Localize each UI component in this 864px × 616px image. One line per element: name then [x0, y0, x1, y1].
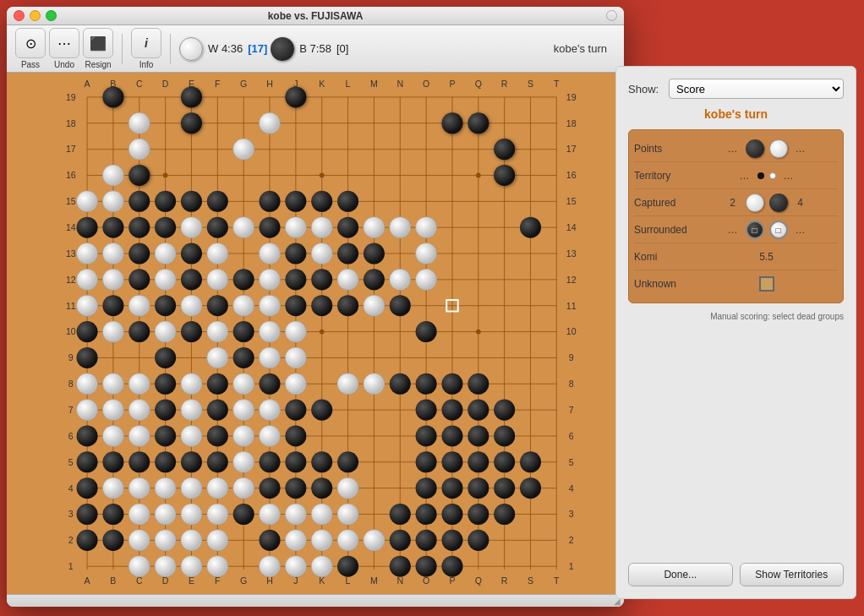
- svg-text:9: 9: [569, 352, 574, 363]
- svg-point-181: [233, 269, 254, 290]
- board-area[interactable]: ABC DEF GHJ KLM NOP QRS T ABC DEF GHJ KL…: [7, 73, 624, 594]
- svg-point-124: [102, 86, 123, 107]
- svg-point-304: [390, 504, 411, 525]
- info-group: i Info: [131, 28, 161, 69]
- info-button[interactable]: i: [131, 28, 161, 58]
- show-row: Show: Score Territory Captured: [628, 79, 844, 99]
- white-stone-indicator: [179, 37, 203, 61]
- resize-grip[interactable]: [606, 10, 617, 21]
- svg-text:18: 18: [566, 118, 577, 128]
- svg-point-286: [311, 477, 332, 499]
- maximize-button[interactable]: [46, 10, 57, 21]
- svg-point-242: [285, 400, 306, 421]
- svg-point-212: [416, 321, 437, 342]
- svg-text:F: F: [215, 575, 221, 586]
- svg-text:J: J: [293, 575, 298, 586]
- komi-label: Komi: [634, 251, 695, 263]
- territory-dots-right: …: [781, 170, 796, 182]
- svg-text:1: 1: [569, 561, 574, 571]
- svg-point-288: [416, 477, 437, 499]
- toolbar: ⊙ Pass ⋯ Undo ⬛ Resign i Info W 4:36: [7, 25, 624, 73]
- surrounded-cells: … …: [695, 221, 838, 239]
- svg-point-167: [181, 243, 202, 264]
- resign-button[interactable]: ⬛: [83, 28, 113, 58]
- captured-white-stone: [746, 194, 764, 212]
- svg-point-327: [207, 556, 228, 577]
- svg-point-334: [441, 556, 462, 577]
- svg-point-222: [155, 373, 176, 395]
- show-label: Show:: [628, 83, 662, 95]
- territory-black-dot: [757, 172, 764, 179]
- window-resize-bar[interactable]: ◢: [7, 594, 624, 607]
- go-board[interactable]: ABC DEF GHJ KLM NOP QRS T ABC DEF GHJ KL…: [7, 73, 624, 594]
- svg-point-185: [337, 269, 358, 290]
- svg-point-307: [468, 504, 489, 525]
- toolbar-separator: [122, 34, 123, 64]
- svg-text:19: 19: [566, 92, 577, 102]
- svg-point-183: [285, 269, 306, 290]
- svg-point-210: [259, 321, 280, 342]
- svg-point-331: [337, 556, 358, 577]
- svg-point-176: [102, 269, 123, 290]
- show-territories-button[interactable]: Show Territories: [740, 563, 845, 586]
- svg-text:16: 16: [566, 170, 577, 180]
- done-button[interactable]: Done...: [628, 563, 733, 586]
- svg-text:M: M: [370, 575, 378, 586]
- close-button[interactable]: [14, 10, 25, 21]
- svg-point-330: [311, 556, 332, 577]
- svg-point-237: [155, 400, 176, 421]
- side-panel: Show: Score Territory Captured kobe's tu…: [615, 66, 856, 599]
- svg-point-182: [259, 269, 280, 290]
- komi-value: 5.5: [759, 251, 774, 263]
- svg-point-228: [337, 373, 358, 395]
- svg-point-269: [285, 451, 306, 472]
- svg-text:12: 12: [66, 275, 76, 285]
- panel-turn-label: kobe's turn: [628, 107, 844, 121]
- svg-point-223: [181, 373, 202, 395]
- svg-point-141: [155, 191, 176, 212]
- svg-text:5: 5: [569, 457, 574, 467]
- svg-point-265: [181, 451, 202, 472]
- surrounded-black: [746, 221, 764, 239]
- svg-point-315: [259, 530, 280, 551]
- svg-text:H: H: [266, 575, 273, 586]
- svg-point-139: [102, 191, 123, 212]
- svg-point-293: [77, 504, 98, 525]
- svg-point-217: [259, 347, 280, 368]
- svg-point-279: [129, 477, 150, 499]
- svg-point-149: [102, 217, 123, 238]
- undo-label: Undo: [54, 60, 74, 69]
- captured-white-val: 4: [793, 197, 808, 209]
- svg-point-272: [416, 451, 437, 472]
- svg-point-251: [155, 425, 176, 446]
- svg-point-142: [181, 191, 202, 212]
- svg-point-232: [441, 373, 462, 395]
- svg-point-213: [77, 347, 98, 368]
- svg-point-131: [468, 112, 489, 134]
- svg-point-262: [102, 451, 123, 472]
- svg-point-248: [77, 425, 98, 446]
- undo-button[interactable]: ⋯: [49, 28, 79, 58]
- svg-point-144: [259, 191, 280, 212]
- unknown-cells: [695, 276, 838, 292]
- svg-point-255: [259, 425, 280, 446]
- svg-point-329: [285, 556, 306, 577]
- svg-point-218: [285, 347, 306, 368]
- pass-button[interactable]: ⊙: [15, 28, 46, 58]
- svg-text:D: D: [162, 575, 169, 586]
- pass-label: Pass: [21, 60, 40, 69]
- surrounded-dots-right: …: [793, 224, 808, 236]
- svg-point-284: [259, 477, 280, 499]
- svg-text:3: 3: [68, 509, 74, 519]
- svg-point-270: [311, 451, 332, 472]
- show-select[interactable]: Score Territory Captured: [669, 79, 844, 99]
- svg-point-151: [155, 217, 176, 238]
- svg-text:8: 8: [569, 379, 574, 389]
- svg-point-200: [364, 295, 385, 316]
- svg-point-305: [416, 504, 437, 525]
- svg-point-326: [181, 556, 202, 577]
- captured-black-val: 2: [725, 197, 741, 209]
- svg-text:C: C: [136, 79, 143, 89]
- svg-point-154: [233, 217, 254, 238]
- minimize-button[interactable]: [30, 10, 41, 21]
